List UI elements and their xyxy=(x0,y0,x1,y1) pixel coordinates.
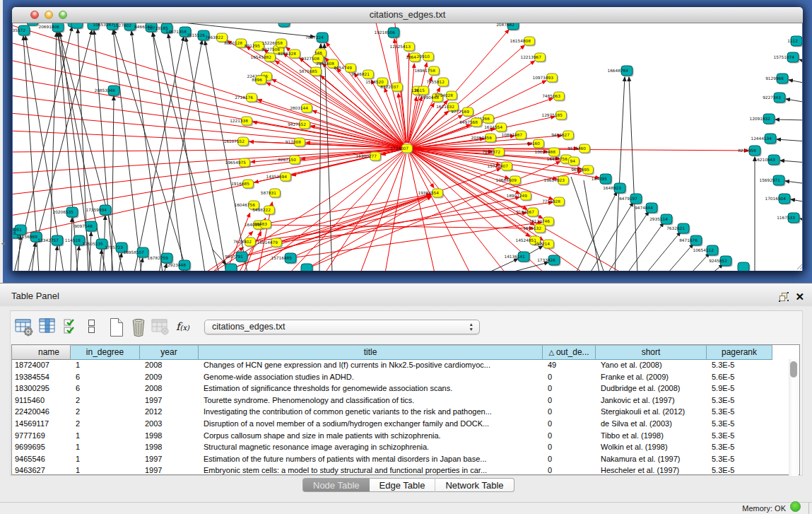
show-column-icon[interactable] xyxy=(39,317,56,336)
citation-edge-black[interactable] xyxy=(488,259,518,271)
table-row[interactable]: 1872400712008Changes of HCN gene express… xyxy=(12,359,775,371)
table-row[interactable]: 946362711997Embryonic stem cells: a mode… xyxy=(12,465,775,476)
citation-edge-black[interactable] xyxy=(528,246,543,255)
canvas-resize-grip[interactable] xyxy=(797,261,802,269)
citation-edge-black[interactable] xyxy=(789,80,802,83)
float-panel-icon[interactable] xyxy=(779,292,789,302)
table-vertical-scrollbar[interactable] xyxy=(789,359,799,476)
select-columns-icon[interactable] xyxy=(63,317,80,336)
citation-edge-black[interactable] xyxy=(55,246,57,271)
citation-edge-red[interactable] xyxy=(412,151,519,194)
table-settings-icon[interactable] xyxy=(15,317,33,337)
graph-node[interactable] xyxy=(301,264,312,271)
graph-node-label: 10807487 xyxy=(501,133,522,137)
table-row[interactable]: 946554611997Estimation of the future num… xyxy=(12,453,775,465)
import-table-disabled-icon[interactable] xyxy=(151,317,170,336)
column-header-in_degree[interactable]: in_degree xyxy=(71,345,140,360)
table-row[interactable]: 977716911998Corpus callosum shape and si… xyxy=(12,430,775,442)
citation-edge-black[interactable] xyxy=(205,41,247,271)
citation-edge-red[interactable] xyxy=(408,154,435,271)
citation-edge-black[interactable] xyxy=(153,33,184,271)
citation-edge-black[interactable] xyxy=(608,211,649,271)
table-source-dropdown[interactable]: citations_edges.txt ▲▼ xyxy=(204,320,480,334)
citation-edge-red[interactable] xyxy=(242,197,519,257)
table-row[interactable]: 911546021997Tourette syndrome. Phenomeno… xyxy=(12,395,775,407)
panel-collapse-arrow-icon[interactable]: ◄ xyxy=(0,240,6,247)
citation-edge-black[interactable] xyxy=(777,139,802,141)
column-header-short[interactable]: short xyxy=(596,345,707,360)
tab-network-table[interactable]: Network Table xyxy=(435,478,514,492)
citation-edge-black[interactable] xyxy=(780,160,802,163)
citation-edge-red[interactable] xyxy=(13,78,401,148)
close-panel-icon[interactable]: ✕ xyxy=(795,291,804,303)
close-traffic-light[interactable] xyxy=(30,11,39,19)
column-header-name[interactable]: name xyxy=(12,345,71,360)
cell: 5.3E-5 xyxy=(707,418,772,430)
citation-edge-red[interactable] xyxy=(258,100,402,147)
citation-edge-black[interactable] xyxy=(775,119,802,120)
citation-edge-black[interactable] xyxy=(785,181,802,184)
citation-edge-black[interactable] xyxy=(668,244,693,271)
table-row[interactable]: 2242004622012Investigating the contribut… xyxy=(12,406,775,418)
citation-edge-black[interactable] xyxy=(509,262,548,271)
citation-edge-black[interactable] xyxy=(628,223,664,271)
column-header-pagerank[interactable]: pagerank xyxy=(707,345,772,360)
graph-node[interactable] xyxy=(71,23,83,28)
citation-edge-black[interactable] xyxy=(571,177,604,271)
citation-edge-black[interactable] xyxy=(786,99,802,103)
table-row[interactable]: 1456911722003Disruption of a novel membe… xyxy=(12,418,775,430)
citation-edge-black[interactable] xyxy=(168,34,205,271)
citation-edge-red[interactable] xyxy=(259,225,534,228)
citation-edge-black[interactable] xyxy=(153,33,219,271)
function-builder-icon[interactable]: f(x) xyxy=(176,320,189,333)
citation-edge-red[interactable] xyxy=(411,153,505,271)
graph-node-label: 9435572 xyxy=(13,28,25,33)
citation-edge-black[interactable] xyxy=(584,180,599,271)
table-row[interactable]: 1830029562008Estimation of significance … xyxy=(12,382,775,395)
citation-edge-red[interactable] xyxy=(250,202,553,242)
column-header-title[interactable]: title xyxy=(199,345,543,360)
table-row[interactable]: 969969511998Structural magnetic resonanc… xyxy=(12,441,775,453)
citation-edge-black[interactable] xyxy=(159,40,202,271)
citation-edge-black[interactable] xyxy=(615,77,625,271)
column-header-year[interactable]: year xyxy=(140,345,199,360)
graph-node[interactable] xyxy=(27,23,38,25)
citation-edge-red[interactable] xyxy=(13,149,401,216)
zoom-traffic-light[interactable] xyxy=(59,11,67,19)
citation-edge-black[interactable] xyxy=(71,218,72,271)
column-header-out_de[interactable]: △ out_de... xyxy=(543,345,596,360)
new-document-icon[interactable] xyxy=(108,317,125,337)
minimize-traffic-light[interactable] xyxy=(45,11,53,19)
row-height-icon[interactable] xyxy=(87,317,97,336)
graph-node-label: 10653287 xyxy=(93,23,114,27)
citation-edge-red[interactable] xyxy=(307,197,431,269)
citation-edge-black[interactable] xyxy=(799,59,802,62)
citation-edge-red[interactable] xyxy=(13,25,401,147)
network-window-titlebar[interactable]: citations_edges.txt xyxy=(12,7,803,23)
table-row[interactable]: 1938455462009Genome-wide association stu… xyxy=(12,371,775,383)
citation-edge-black[interactable] xyxy=(791,199,802,202)
citation-edge-red[interactable] xyxy=(410,103,434,144)
citation-edge-black[interactable] xyxy=(100,250,102,271)
citation-edge-black[interactable] xyxy=(691,253,710,271)
citation-edge-black[interactable] xyxy=(576,192,617,271)
graph-node[interactable] xyxy=(225,264,237,271)
citation-edge-black[interactable] xyxy=(94,30,113,271)
citation-edge-red[interactable] xyxy=(385,154,406,271)
citation-edge-red[interactable] xyxy=(13,148,401,152)
graph-node[interactable] xyxy=(738,262,749,271)
cell: Estimation of the future numbers of pati… xyxy=(199,453,543,465)
tab-edge-table[interactable]: Edge Table xyxy=(370,478,435,492)
delete-table-icon[interactable] xyxy=(129,317,148,337)
tab-node-table[interactable]: Node Table xyxy=(302,478,370,492)
citation-edge-black[interactable] xyxy=(647,232,681,271)
table-scrollbar-thumb[interactable] xyxy=(790,361,797,378)
citation-edge-black[interactable] xyxy=(186,37,226,271)
citation-edge-black[interactable] xyxy=(590,202,633,271)
network-window[interactable]: citations_edges.txt 17240079435572206914… xyxy=(12,7,803,271)
network-canvas[interactable]: 1724007943557220691406106532871527602646… xyxy=(13,23,802,271)
citation-edge-red[interactable] xyxy=(259,194,430,225)
citation-edge-black[interactable] xyxy=(629,77,637,271)
citation-edge-black[interactable] xyxy=(212,249,226,264)
cell: 2009 xyxy=(140,371,199,383)
